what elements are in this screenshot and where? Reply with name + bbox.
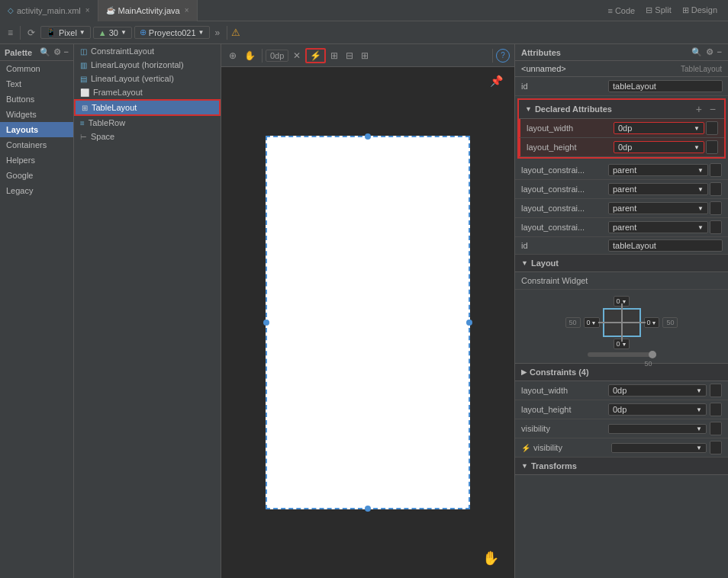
warn-icon: ⚠ [231, 27, 240, 38]
constrai1-arrow[interactable]: ▼ [697, 167, 704, 174]
palette-item-legacy[interactable]: Legacy [0, 183, 73, 198]
constraint-attr-2: layout_constrai... parent ▼ [515, 180, 728, 199]
layout-height2-arrow: ▼ [696, 406, 702, 413]
layout-width-value[interactable]: 0dp ▼ [614, 121, 718, 135]
palette-tree-item-linear-v[interactable]: ▤ LinearLayout (vertical) [74, 72, 221, 85]
visibility2-extra[interactable] [710, 441, 722, 454]
design-clear-btn[interactable]: ✕ [290, 49, 304, 63]
layout-height2-dropdown[interactable]: 0dp ▼ [608, 403, 707, 416]
constraints-section-header[interactable]: ▶ Constraints (4) [515, 364, 728, 381]
frame-dot-right[interactable] [466, 320, 472, 326]
design-help-btn[interactable]: ? [496, 49, 510, 63]
design-btn[interactable]: ⊞ Design [678, 4, 722, 17]
table-layout-icon: ⊞ [82, 104, 88, 112]
palette-item-widgets[interactable]: Widgets [0, 107, 73, 122]
content-area: Palette 🔍 ⚙ − Common Text Buttons Widget… [0, 44, 728, 578]
constraint-right-dropdown[interactable]: 0 ▼ [644, 317, 660, 328]
palette-item-containers[interactable]: Containers [0, 137, 73, 153]
code-btn[interactable]: ≡ Code [603, 4, 639, 17]
design-pack-btn[interactable]: ⊞ [327, 49, 341, 63]
tab-main-activity[interactable]: ☕ MainActivity.java × [98, 0, 198, 21]
declared-section-header[interactable]: ▼ Declared Attributes + − [519, 100, 724, 119]
constraint-attr-4: layout_constrai... parent ▼ [515, 218, 728, 237]
transforms-section-header[interactable]: ▼ Transforms [515, 458, 728, 475]
constrai4-extra-btn[interactable] [710, 220, 722, 234]
design-select-btn[interactable]: ⊕ [226, 49, 240, 63]
layout-height-value[interactable]: 0dp ▼ [614, 140, 718, 154]
layout-section-arrow: ▼ [521, 259, 528, 267]
constrai3-arrow[interactable]: ▼ [697, 205, 704, 212]
palette-item-buttons[interactable]: Buttons [0, 92, 73, 107]
design-align-h-btn[interactable]: ⊟ [343, 49, 356, 63]
constraint-right-arrow: ▼ [652, 320, 657, 326]
hand-tool-icon[interactable]: ✋ [482, 550, 499, 567]
constraint-left-arrow: ▼ [591, 320, 597, 326]
constraint-widget-label: Constraint Widget [515, 272, 728, 290]
palette-item-layouts[interactable]: Layouts [0, 122, 73, 137]
project-dropdown[interactable]: ⊕ Proyecto021 ▼ [134, 26, 210, 39]
palette-collapse-icon[interactable]: − [64, 47, 69, 57]
close-icon-java[interactable]: × [185, 6, 189, 14]
constrai3-extra-btn[interactable] [710, 201, 722, 215]
visibility-dropdown[interactable]: ▼ [608, 424, 707, 434]
layout-width2-extra[interactable] [710, 384, 722, 397]
constraint-layout-icon: ◫ [80, 47, 87, 56]
palette-item-common[interactable]: Common [0, 61, 73, 76]
design-align-v-btn[interactable]: ⊞ [358, 49, 372, 63]
frame-dot-bottom[interactable] [365, 506, 371, 512]
design-margin-btn[interactable]: 0dp [266, 50, 288, 62]
palette-tree-item-space[interactable]: ⊢ Space [74, 130, 221, 143]
layout-width-extra-btn[interactable] [706, 121, 718, 135]
layout-height2-extra[interactable] [710, 403, 722, 416]
api-icon: ▲ [98, 28, 107, 37]
layout-height-extra-btn[interactable] [706, 140, 718, 154]
design-pan-btn[interactable]: ✋ [241, 49, 259, 63]
pin-icon[interactable]: 📌 [490, 75, 503, 87]
frame-dot-left[interactable] [263, 320, 269, 326]
title-bar-right: ≡ Code ⊟ Split ⊞ Design [603, 4, 728, 17]
palette-item-google[interactable]: Google [0, 168, 73, 183]
layout-width-arrow[interactable]: ▼ [694, 125, 700, 132]
api-dropdown[interactable]: ▲ 30 ▼ [93, 27, 132, 39]
constraint-h-slider[interactable]: 50 [588, 352, 656, 357]
design-infer-btn[interactable]: ⚡ [305, 48, 326, 63]
attr-settings-icon[interactable]: ⚙ [706, 47, 714, 57]
id-input[interactable] [608, 80, 723, 92]
attr-layout-width-declared: layout_width 0dp ▼ [519, 119, 724, 138]
palette-tree-item-tablerow[interactable]: ≡ TableRow [74, 116, 221, 130]
toolbar-orient-btn[interactable]: ⟳ [24, 26, 38, 40]
constrai2-extra-btn[interactable] [710, 182, 722, 196]
palette-tree-item-frame[interactable]: ⬜ FrameLayout [74, 85, 221, 99]
constraint-left-dropdown[interactable]: 0 ▼ [584, 317, 600, 328]
constrai1-extra-btn[interactable] [710, 163, 722, 177]
declared-add-btn[interactable]: + [694, 103, 704, 115]
layout-section-header[interactable]: ▼ Layout [515, 255, 728, 272]
visibility2-dropdown[interactable]: ▼ [611, 443, 707, 453]
frame-dot-top[interactable] [365, 133, 371, 140]
palette-tree-item-constraint[interactable]: ◫ ConstraintLayout [74, 44, 221, 58]
palette-item-text[interactable]: Text [0, 76, 73, 92]
split-btn[interactable]: ⊟ Split [641, 4, 675, 17]
constrai4-arrow[interactable]: ▼ [697, 224, 704, 231]
palette-item-helpers[interactable]: Helpers [0, 153, 73, 168]
visibility-extra[interactable] [710, 422, 722, 435]
declared-attributes-section: ▼ Declared Attributes + − layout_width 0… [517, 98, 726, 159]
constrai2-arrow[interactable]: ▼ [697, 186, 704, 193]
attr-collapse-icon[interactable]: − [717, 47, 722, 57]
layout-height-label: layout_height [527, 143, 610, 152]
tab-activity-xml[interactable]: ◇ activity_main.xml × [0, 0, 98, 21]
id-input2[interactable] [608, 239, 723, 252]
palette-settings-icon[interactable]: ⚙ [53, 47, 61, 57]
toolbar-more-btn[interactable]: ≡ [5, 26, 16, 40]
attr-search-icon[interactable]: 🔍 [691, 47, 702, 57]
layout-width2-dropdown[interactable]: 0dp ▼ [608, 384, 707, 397]
palette-search-icon[interactable]: 🔍 [40, 47, 50, 57]
palette-tree-item-linear-h[interactable]: ▥ LinearLayout (horizontal) [74, 58, 221, 72]
palette-tree-item-table[interactable]: ⊞ TableLayout [74, 99, 221, 116]
declared-remove-btn[interactable]: − [707, 103, 718, 115]
layout-height-arrow[interactable]: ▼ [694, 144, 700, 151]
device-dropdown[interactable]: 📱 Pixel ▼ [40, 26, 91, 39]
palette-panel: Palette 🔍 ⚙ − Common Text Buttons Widget… [0, 44, 74, 578]
toolbar-more2-btn[interactable]: » [212, 26, 224, 40]
close-icon-xml[interactable]: × [85, 6, 90, 14]
